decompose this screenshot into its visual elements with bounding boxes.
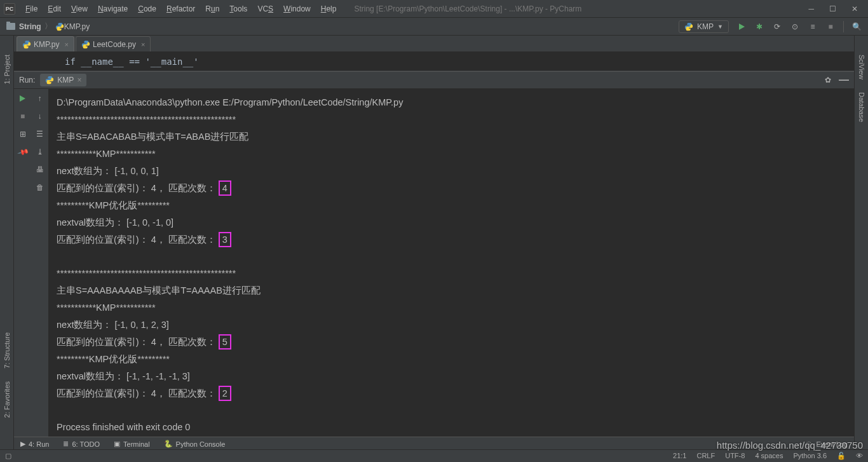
debug-button[interactable]: ✱ — [754, 22, 764, 32]
python-file-icon — [22, 40, 31, 49]
close-button[interactable]: ✕ — [851, 4, 858, 13]
run-panel-header: Run: KMP × ✿ — — [14, 71, 854, 89]
editor-tabs: KMP.py × LeetCode.py × — [0, 36, 868, 52]
search-button[interactable]: 🔍 — [851, 22, 862, 32]
caret-position[interactable]: 21:1 — [673, 452, 686, 460]
profile-button[interactable]: ⊙ — [790, 22, 800, 32]
run-panel: ■ ⊞ 📌 ↑ ↓ ☰ ⤓ 🖶 🗑 D:\ProgramData\Anacond… — [14, 89, 854, 438]
down-button[interactable]: ↓ — [34, 111, 46, 122]
main-menu: File Edit View Navigate Code Refactor Ru… — [20, 4, 341, 13]
minimize-button[interactable]: ─ — [808, 4, 814, 13]
maximize-button[interactable]: ☐ — [829, 4, 836, 13]
interpreter[interactable]: Python 3.6 — [793, 452, 827, 460]
menu-code[interactable]: Code — [133, 4, 161, 13]
navigation-bar: String 〉 KMP.py KMP ▼ ✱ ⟳ ⊙ ≡ ■ 🔍 — [0, 18, 868, 36]
menu-vcs[interactable]: VCS — [252, 4, 278, 13]
breadcrumb: String 〉 KMP.py — [19, 21, 90, 32]
favorites-tool[interactable]: 2: Favorites — [3, 381, 11, 418]
tab-label: LeetCode.py — [93, 40, 136, 49]
scroll-end-button[interactable]: ⤓ — [34, 146, 46, 158]
editor-breadcrumb: if __name__ == '__main__' — [14, 52, 854, 71]
lock-icon[interactable]: 🔓 — [837, 452, 846, 460]
file-encoding[interactable]: UTF-8 — [725, 452, 745, 460]
highlight-box: 4 — [219, 180, 231, 196]
python-icon — [684, 22, 693, 31]
todo-tool-window-button[interactable]: ≣ 6: TODO — [63, 440, 100, 448]
chevron-down-icon: ▼ — [717, 24, 723, 30]
menu-file[interactable]: File — [20, 4, 43, 13]
breadcrumb-folder[interactable]: String — [19, 22, 41, 31]
pin-icon[interactable]: 📌 — [15, 144, 31, 160]
run-button[interactable] — [736, 22, 747, 32]
rerun-button[interactable] — [17, 93, 29, 104]
layout-button[interactable]: ⊞ — [17, 128, 29, 140]
python-file-icon — [81, 40, 90, 49]
terminal-tool-window-button[interactable]: ▣ Terminal — [114, 440, 150, 448]
run-gutter: ■ ⊞ 📌 ↑ ↓ ☰ ⤓ 🖶 🗑 — [14, 89, 49, 438]
tab-leetcode[interactable]: LeetCode.py × — [76, 36, 151, 51]
run-tab[interactable]: KMP × — [40, 74, 86, 86]
inspect-icon[interactable]: 👁 — [856, 452, 863, 460]
run-config-label: KMP — [697, 22, 714, 31]
sciview-tool[interactable]: SciView — [858, 55, 865, 79]
up-button[interactable]: ↑ — [34, 93, 46, 104]
menu-edit[interactable]: Edit — [43, 4, 66, 13]
indent-setting[interactable]: 4 spaces — [755, 452, 783, 460]
print-button[interactable]: 🖶 — [34, 164, 46, 175]
window-title: String [E:\Program\Python\LeetCode\Strin… — [341, 4, 808, 13]
console-output[interactable]: D:\ProgramData\Anaconda3\python.exe E:/P… — [49, 89, 854, 438]
project-tool[interactable]: 1: Project — [3, 55, 11, 84]
line-separator[interactable]: CRLF — [696, 452, 715, 460]
menu-run[interactable]: Run — [200, 4, 224, 13]
tab-label: KMP.py — [34, 40, 59, 49]
tab-kmp[interactable]: KMP.py × — [17, 36, 74, 51]
menu-refactor[interactable]: Refactor — [161, 4, 200, 13]
run-tool-window-button[interactable]: ▶ 4: Run — [20, 440, 49, 448]
run-tab-label: KMP — [57, 76, 74, 85]
close-icon[interactable]: × — [64, 41, 68, 48]
title-bar: PC File Edit View Navigate Code Refactor… — [0, 0, 868, 18]
menu-window[interactable]: Window — [278, 4, 316, 13]
python-file-icon — [55, 22, 64, 31]
close-icon[interactable]: × — [141, 41, 145, 48]
stop-button[interactable]: ■ — [17, 111, 29, 122]
menu-tools[interactable]: Tools — [224, 4, 252, 13]
concurrency-button[interactable]: ≡ — [808, 22, 818, 32]
coverage-button[interactable]: ⟳ — [772, 22, 782, 32]
trash-button[interactable]: 🗑 — [34, 182, 46, 193]
app-icon: PC — [4, 3, 15, 15]
run-config-selector[interactable]: KMP ▼ — [679, 20, 729, 33]
python-icon — [45, 76, 54, 85]
soft-wrap-button[interactable]: ☰ — [34, 128, 46, 140]
close-icon[interactable]: × — [77, 76, 81, 85]
stop-button[interactable]: ■ — [825, 22, 836, 32]
structure-tool[interactable]: 7: Structure — [3, 332, 11, 369]
run-label: Run: — [19, 76, 35, 85]
status-bar: ▢ 21:1 CRLF UTF-8 4 spaces Python 3.6 🔓 … — [0, 449, 868, 462]
highlight-box: 5 — [219, 334, 231, 350]
left-tool-stripe: 1: Project 7: Structure 2: Favorites — [0, 36, 14, 449]
highlight-box: 2 — [219, 386, 231, 401]
breadcrumb-file[interactable]: KMP.py — [64, 22, 90, 31]
menu-view[interactable]: View — [66, 4, 93, 13]
hide-icon[interactable]: — — [839, 74, 849, 86]
menu-help[interactable]: Help — [316, 4, 342, 13]
right-tool-stripe: SciView Database — [854, 36, 868, 449]
tool-window-toggle[interactable]: ▢ — [5, 452, 11, 460]
folder-icon — [6, 23, 15, 30]
highlight-box: 3 — [219, 232, 231, 247]
database-tool[interactable]: Database — [858, 92, 865, 122]
python-console-tool-window-button[interactable]: 🐍 Python Console — [164, 440, 226, 448]
bottom-toolbar: ▶ 4: Run ≣ 6: TODO ▣ Terminal 🐍 Python C… — [14, 437, 854, 451]
menu-navigate[interactable]: Navigate — [93, 4, 133, 13]
settings-icon[interactable]: ✿ — [825, 76, 831, 85]
event-log-button[interactable]: ◌ Event Log — [806, 440, 848, 448]
